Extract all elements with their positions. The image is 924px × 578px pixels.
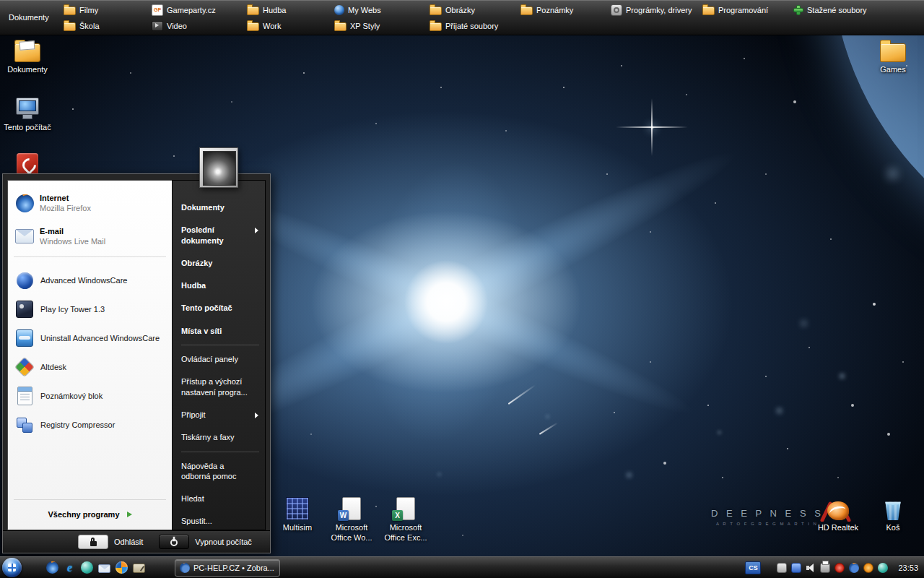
start-item-obrazky[interactable]: Obrázky [181,258,259,268]
iobit-uninstall-icon [16,329,33,347]
toolbar-item-filmy[interactable]: Filmy [64,2,98,17]
start-item-tiskarny-a-faxy[interactable]: Tiskárny a faxy [181,432,259,442]
toolbar-item-label: Work [263,22,281,30]
log-off-button[interactable] [78,535,108,549]
desktop: D E E P N E S S A R T O F G R E G M A R … [0,0,924,578]
tray-power-icon[interactable] [777,563,787,573]
tray-updater-icon[interactable] [863,563,873,573]
program-label: Altdesk [40,363,66,371]
all-programs-button[interactable]: Všechny programy [12,504,167,525]
toolbar-item-hudba[interactable]: Hudba [247,2,286,17]
toolbar-item-prijate-soubory[interactable]: Přijaté soubory [430,18,498,33]
tray-network-icon[interactable] [791,563,801,573]
start-item-ovladaci-panely[interactable]: Ovládací panely [181,354,259,364]
start-program-uninstall-windowscare[interactable]: Uninstall Advanced WindowsCare [12,329,167,348]
desktop-icon-multisim[interactable]: Multisim [270,496,325,533]
recycle-bin-icon [884,500,902,520]
taskbar: PC-HELP.CZ • Zobra... CS 23:53 [0,556,924,578]
pinned-subtitle: Windows Live Mail [40,236,105,246]
desktop-icon-adobe-reader[interactable] [0,150,55,175]
toolbar-item-my-webs[interactable]: My Webs [334,2,381,17]
start-pinned-email[interactable]: E-mail Windows Live Mail [12,220,167,253]
language-indicator[interactable]: CS [745,561,761,574]
desktop-icon-label: Tento počítač [4,123,51,133]
quick-launch-media-player-icon[interactable] [116,561,128,574]
toolbar-item-video[interactable]: Video [152,18,187,33]
desktop-icon-excel[interactable]: Microsoft Office Exc... [378,496,433,543]
start-button[interactable] [2,558,22,577]
toolbar-item-xp-styly[interactable]: XP Styly [334,18,380,33]
separator [181,452,259,452]
globe-icon [334,5,344,15]
toolbar-item-poznamky[interactable]: Poznámky [520,2,573,17]
toolbar-item-work[interactable]: Work [247,18,281,33]
program-label: Uninstall Advanced WindowsCare [40,334,160,342]
start-item-dokumenty[interactable]: Dokumenty [181,202,259,212]
start-item-tento-pocitac[interactable]: Tento počítač [181,303,259,313]
start-program-poznamkovy-blok[interactable]: Poznámkový blok [12,387,167,405]
log-off-label[interactable]: Odhlásit [114,538,143,546]
folder-icon [334,22,346,31]
toolbar-item-gameparty[interactable]: Gameparty.cz [152,2,216,17]
start-item-mista-v-siti[interactable]: Místa v síti [181,326,259,336]
start-program-registry-compressor[interactable]: Registry Compressor [12,415,167,434]
start-program-altdesk[interactable]: Altdesk [12,358,167,376]
quick-launch-firefox-icon[interactable] [46,561,58,574]
desktop-icon-label: Microsoft Office Exc... [378,523,433,543]
my-computer-icon [16,98,39,115]
taskbar-clock[interactable]: 23:53 [898,564,918,572]
start-item-hledat[interactable]: Hledat [181,493,259,504]
start-item-napoveda[interactable]: Nápověda a odborná pomoc [181,461,259,482]
start-menu-body: Internet Mozilla Firefox E-mail Windows … [3,174,270,530]
firefox-icon [16,194,34,212]
toolbar-item-label: Video [167,22,187,30]
start-item-hudba[interactable]: Hudba [181,280,259,290]
toolbar-item-label: Poznámky [536,6,573,14]
word-icon [342,497,361,520]
toolbar-item-label: Gameparty.cz [167,6,216,14]
start-program-icy-tower[interactable]: Play Icy Tower 1.3 [12,300,167,319]
quick-launch-mail-icon[interactable] [98,564,110,573]
pinned-subtitle: Mozilla Firefox [40,203,91,213]
toolbar-item-stazene-soubory[interactable]: Stažené soubory [793,2,867,17]
tray-firefox-icon[interactable] [849,563,859,573]
toolbar-item-skola[interactable]: Škola [64,18,100,33]
quick-launch [46,561,145,574]
shut-down-button[interactable] [159,535,189,549]
folder-icon [520,7,533,15]
wallpaper-title-text: D E E P N E S S [711,508,824,519]
start-program-advanced-windowscare[interactable]: Advanced WindowsCare [12,271,167,290]
toolbar-item-obrazky[interactable]: Obrázky [430,2,475,17]
desktop-icon-kos[interactable]: Koš [866,496,920,533]
toolbar-item-programovani[interactable]: Programování [702,2,768,17]
adobe-reader-icon [17,153,38,175]
tray-printer-icon[interactable] [820,563,830,573]
start-item-pripojit[interactable]: Připojit [181,410,259,420]
quick-launch-messenger-icon[interactable] [81,561,93,574]
shut-down-label[interactable]: Vypnout počítač [195,538,251,546]
wallpaper-lens-flare [651,98,653,156]
tray-antivirus-icon[interactable] [834,563,845,573]
quick-launch-show-desktop-icon[interactable] [133,564,145,573]
start-pinned-internet[interactable]: Internet Mozilla Firefox [12,186,167,220]
start-item-posledni-dokumenty[interactable]: Poslední dokumenty [181,225,259,246]
desktop-icon-word[interactable]: Microsoft Office Wo... [324,496,379,543]
quick-launch-internet-explorer-icon[interactable] [64,561,76,574]
task-button-firefox[interactable]: PC-HELP.CZ • Zobra... [175,559,280,577]
separator [14,256,166,257]
desktop-icon-games[interactable]: Games [866,38,920,75]
desktop-icon-tento-pocitac[interactable]: Tento počítač [0,95,55,133]
user-picture[interactable] [199,147,238,188]
tray-messenger-icon[interactable] [878,563,888,573]
gear-icon [611,4,622,16]
folder-icon [430,7,442,15]
pinned-title: E-mail [40,226,105,236]
desktop-icon-hd-realtek[interactable]: HD Realtek [811,496,866,533]
toolbar-item-programky-drivery[interactable]: Prográmky, drivery [611,2,692,17]
start-item-spustit[interactable]: Spustit... [181,516,259,526]
desktop-icon-dokumenty[interactable]: Dokumenty [0,38,55,75]
start-menu: Internet Mozilla Firefox E-mail Windows … [2,173,271,553]
start-item-pristup-a-vychozi[interactable]: Přístup a výchozí nastavení progra... [181,376,259,397]
toolbar-title[interactable]: Dokumenty [9,0,49,35]
tray-volume-icon[interactable] [806,563,816,573]
